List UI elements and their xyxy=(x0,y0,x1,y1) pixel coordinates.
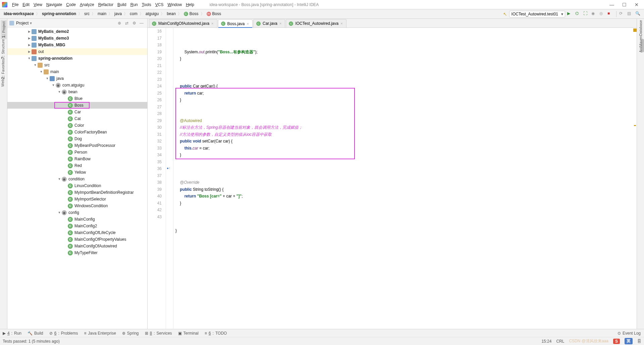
ime-lang-badge[interactable]: 英 xyxy=(625,338,633,344)
project-panel-title[interactable]: Project xyxy=(16,21,29,25)
tree-item-mybatis_demo2[interactable]: ▶MyBatis_demo2 xyxy=(7,28,147,35)
tree-item-spring-annotation[interactable]: ▼spring-annotation xyxy=(7,55,147,62)
crumb-7[interactable]: bean xyxy=(166,11,177,16)
menu-analyze[interactable]: Analyze xyxy=(78,2,96,7)
left-tab-favorites[interactable]: 2: Favorites xyxy=(1,59,5,79)
analysis-indicator[interactable] xyxy=(633,28,637,32)
menu-window[interactable]: Window xyxy=(165,2,184,7)
tree-item-mainconfigoflifecycle[interactable]: CMainConfigOfLifeCycle xyxy=(7,229,147,236)
tree-item-color[interactable]: CColor xyxy=(7,122,147,129)
tree-item-colorfactorybean[interactable]: CColorFactoryBean xyxy=(7,129,147,135)
update-button[interactable]: ⟳ xyxy=(619,11,625,17)
bottom-tab-run[interactable]: ▶4: Run xyxy=(3,331,21,336)
right-tab-ant[interactable]: Ant xyxy=(639,47,643,53)
tree-item-red[interactable]: CRed xyxy=(7,162,147,169)
bottom-tab-spring[interactable]: ⊛Spring xyxy=(122,331,139,336)
close-button[interactable]: ✕ xyxy=(635,2,639,7)
concurrency-button[interactable]: ◎ xyxy=(599,11,605,17)
bottom-tab-build[interactable]: 🔨Build xyxy=(28,331,43,336)
menu-vcs[interactable]: VCS xyxy=(153,2,166,7)
menu-file[interactable]: File xyxy=(10,2,20,7)
tree-item-myimportselector[interactable]: CMyImportSelector xyxy=(7,196,147,203)
tree-item-out[interactable]: ▶out xyxy=(7,48,147,55)
tree-item-dog[interactable]: CDog xyxy=(7,135,147,142)
hide-icon[interactable]: — xyxy=(139,21,144,25)
search-icon[interactable]: 🔍 xyxy=(635,11,641,17)
tree-item-src[interactable]: ▼src xyxy=(7,62,147,68)
error-stripe[interactable] xyxy=(633,28,637,329)
settings-icon[interactable]: ⚙ xyxy=(131,21,137,25)
coverage-button[interactable]: ⛶ xyxy=(583,11,589,17)
menu-view[interactable]: View xyxy=(32,2,44,7)
close-icon[interactable]: × xyxy=(211,21,213,25)
tree-item-mybatis_demo3[interactable]: ▶MyBatis_demo3 xyxy=(7,35,147,42)
project-tree[interactable]: ▶MyBatis_demo2▶MyBatis_demo3▶MyBatis_MBG… xyxy=(7,27,147,329)
crumb-3[interactable]: main xyxy=(97,11,107,16)
close-icon[interactable]: × xyxy=(340,21,342,25)
bottom-tab-java-enterprise[interactable]: ≡Java Enterprise xyxy=(84,331,116,336)
bottom-tab-terminal[interactable]: ▣Terminal xyxy=(178,331,199,336)
bottom-tab-problems[interactable]: ⊘6: Problems xyxy=(49,331,78,336)
tree-item-rainbow[interactable]: CRainBow xyxy=(7,156,147,162)
editor-tab-mainconifgofautowired[interactable]: CMainConifgOfAutowired.java× xyxy=(149,19,217,27)
tree-item-mybeanpostprocessor[interactable]: CMyBeanPostProcessor xyxy=(7,142,147,149)
crumb-4[interactable]: java xyxy=(113,11,123,16)
nav-back-icon[interactable]: ↖ xyxy=(503,11,507,17)
crumb-0[interactable]: idea-workspace xyxy=(3,11,35,16)
gutter[interactable]: 1617181920212223242526272829303132333435… xyxy=(148,28,166,329)
run-config-select[interactable]: IOCTest_Autowired.test01 xyxy=(509,11,565,17)
left-tab-project[interactable]: 1: Project xyxy=(1,20,7,39)
marker-column[interactable]: ●↑ xyxy=(166,28,173,329)
bottom-tab-todo[interactable]: ≡6: TODO xyxy=(205,331,227,336)
warning-marker[interactable] xyxy=(634,125,636,126)
menu-run[interactable]: Run xyxy=(128,2,140,7)
notifications-icon[interactable]: 🗄 xyxy=(637,339,641,344)
minimize-button[interactable]: — xyxy=(609,2,614,7)
menu-tools[interactable]: Tools xyxy=(140,2,153,7)
code-editor[interactable]: System.out.println("Boss...有参构造器"); } pu… xyxy=(173,28,637,329)
editor-tab-boss[interactable]: CBoss.java× xyxy=(218,19,253,28)
bottom-tab-services[interactable]: ⊞8: Services xyxy=(145,331,172,336)
crumb-2[interactable]: src xyxy=(83,11,91,16)
close-icon[interactable]: × xyxy=(279,21,281,25)
crumb-6[interactable]: atguigu xyxy=(145,11,160,16)
menu-edit[interactable]: Edit xyxy=(20,2,32,7)
left-tab-structure[interactable]: 7: Structure xyxy=(1,39,5,59)
tree-item-java[interactable]: ▼java xyxy=(7,75,147,82)
crumb-5[interactable]: com xyxy=(129,11,139,16)
tree-item-mainconfig[interactable]: CMainConfig xyxy=(7,216,147,223)
left-tab-web[interactable]: Web xyxy=(1,79,5,87)
maximize-button[interactable]: ☐ xyxy=(622,2,627,7)
tree-item-mainconfigofpropertyvalues[interactable]: CMainConfigOfPropertyValues xyxy=(7,236,147,243)
menu-build[interactable]: Build xyxy=(115,2,128,7)
tree-item-bean[interactable]: ▼◉bean xyxy=(7,89,147,95)
tree-item-cat[interactable]: CCat xyxy=(7,115,147,122)
right-tab-database[interactable]: Database xyxy=(639,20,643,36)
crumb-1[interactable]: spring-annotation xyxy=(41,11,77,16)
debug-button[interactable]: ⌬ xyxy=(575,11,581,17)
tree-item-mainconfig2[interactable]: CMainConfig2 xyxy=(7,223,147,229)
tree-item-windowscondition[interactable]: CWindowsCondition xyxy=(7,203,147,209)
run-button[interactable]: ▶ xyxy=(567,11,573,17)
locate-icon[interactable]: ⊕ xyxy=(117,21,122,25)
tree-item-config[interactable]: ▼◉config xyxy=(7,209,147,216)
tree-item-main[interactable]: ▼main xyxy=(7,68,147,75)
breadcrumb[interactable]: idea-workspace〉spring-annotation〉src〉mai… xyxy=(3,11,222,17)
right-tab-maven[interactable]: Maven xyxy=(639,36,643,47)
profiler-button[interactable]: ◉ xyxy=(591,11,597,17)
tree-item-blue[interactable]: CBlue xyxy=(7,95,147,102)
tree-item-condition[interactable]: ▼◉condition xyxy=(7,176,147,182)
tree-item-mybatis_mbg[interactable]: ▶MyBatis_MBG xyxy=(7,42,147,48)
close-icon[interactable]: × xyxy=(247,22,249,26)
menu-help[interactable]: Help xyxy=(184,2,196,7)
project-view-dropdown[interactable]: ▾ xyxy=(30,21,32,25)
menu-code[interactable]: Code xyxy=(64,2,78,7)
menu-refactor[interactable]: Refactor xyxy=(96,2,115,7)
crumb-8[interactable]: CBoss xyxy=(183,11,200,16)
tree-item-com-atguigu[interactable]: ▼◉com.atguigu xyxy=(7,82,147,89)
tree-item-person[interactable]: CPerson xyxy=(7,149,147,156)
expand-icon[interactable]: ⇄ xyxy=(124,21,129,25)
tree-item-car[interactable]: CCar xyxy=(7,109,147,115)
editor-tab-ioctest_autowired[interactable]: CIOCTest_Autowired.java× xyxy=(286,19,346,27)
menu-navigate[interactable]: Navigate xyxy=(44,2,64,7)
